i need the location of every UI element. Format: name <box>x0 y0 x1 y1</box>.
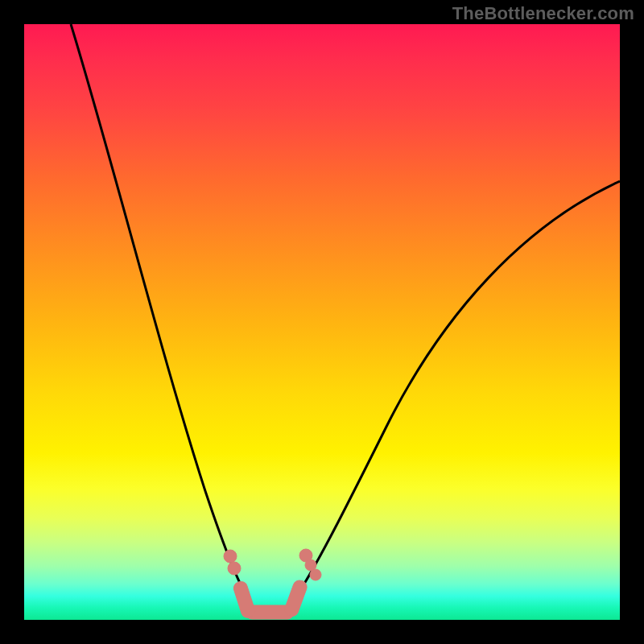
watermark-text: TheBottlenecker.com <box>452 3 634 24</box>
marker-cluster <box>224 549 321 619</box>
svg-point-3 <box>224 550 237 563</box>
chart-frame: TheBottlenecker.com <box>0 0 644 644</box>
curve-right <box>291 181 620 604</box>
svg-rect-2 <box>283 579 309 618</box>
svg-rect-1 <box>232 580 256 619</box>
svg-point-4 <box>228 562 241 575</box>
svg-point-7 <box>310 569 321 580</box>
curve-overlay <box>24 24 620 620</box>
curve-left <box>71 24 251 604</box>
plot-area <box>24 24 620 620</box>
